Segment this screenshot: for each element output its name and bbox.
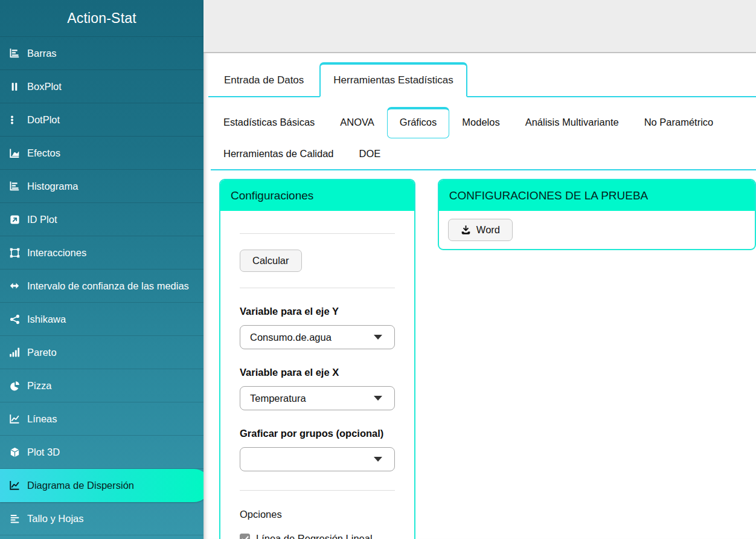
tab-label: Herramientas Estadísticas [333, 74, 453, 86]
app-root: Action-Stat Barras BoxPlot DotPlot Efect… [0, 0, 756, 539]
subtab-graficos[interactable]: Gráficos [387, 107, 449, 138]
sidebar-item-label: Líneas [27, 413, 57, 425]
sidebar-nav: Barras BoxPlot DotPlot Efectos Histogram… [0, 36, 203, 535]
subtab-analisis-multivariante[interactable]: Análisis Multivariante [513, 107, 632, 138]
subtab-label: Gráficos [400, 117, 437, 127]
divider [240, 233, 395, 234]
options-label: Opciones [240, 509, 395, 520]
sidebar-item-pizza[interactable]: Pizza [0, 369, 203, 402]
regression-checkbox-row[interactable]: Línea de Regresión Lineal [240, 533, 395, 539]
sidebar: Action-Stat Barras BoxPlot DotPlot Efect… [0, 0, 203, 539]
subtab-label: Herramientas de Calidad [223, 148, 334, 159]
sidebar-item-lineas[interactable]: Líneas [0, 402, 203, 436]
y-variable-select[interactable]: Consumo.de.agua [240, 325, 395, 349]
y-variable-label: Variable para el eje Y [240, 306, 395, 317]
pie-chart-icon [8, 380, 21, 391]
subtab-label: Modelos [462, 117, 499, 127]
subtab-estadisticas-basicas[interactable]: Estadísticas Básicas [211, 107, 327, 138]
config-panel-header: Configuraciones [220, 180, 414, 211]
line-chart-icon [8, 413, 21, 424]
app-title: Action-Stat [0, 0, 203, 36]
vector-square-icon [8, 247, 21, 258]
sidebar-item-label: Barras [27, 48, 57, 59]
chevron-down-icon [374, 335, 382, 340]
config-panel-body: Calcular Variable para el eje Y Consumo.… [220, 233, 414, 539]
panels-region: Configuraciones Calcular Variable para e… [219, 179, 756, 539]
word-download-button[interactable]: Word [448, 219, 513, 241]
sidebar-item-intervalo-confianza[interactable]: Intervalo de confianza de las medias [0, 270, 203, 303]
sidebar-item-plot-3d[interactable]: Plot 3D [0, 436, 203, 469]
word-button-label: Word [476, 224, 500, 236]
arrows-left-right-icon [8, 280, 21, 291]
subtab-row-2: Herramientas de Calidad DOE [211, 138, 756, 169]
calculate-button[interactable]: Calcular [240, 250, 302, 272]
sidebar-item-pareto[interactable]: Pareto [0, 336, 203, 369]
sidebar-item-label: Interacciones [27, 247, 86, 259]
results-panel: CONFIGURACIONES DE LA PRUEBA Word [438, 179, 756, 250]
x-variable-select[interactable]: Temperatura [240, 386, 395, 410]
sidebar-item-efectos[interactable]: Efectos [0, 137, 203, 170]
subtab-label: Estadísticas Básicas [223, 117, 315, 127]
external-link-icon [8, 214, 21, 225]
sidebar-item-label: ID Plot [27, 214, 57, 225]
sidebar-item-label: Ishikawa [27, 314, 66, 325]
results-panel-header: CONFIGURACIONES DE LA PRUEBA [439, 180, 755, 211]
line-chart-icon [8, 480, 21, 491]
divider [240, 288, 395, 288]
signal-bars-icon [8, 347, 21, 358]
regression-checkbox-label: Línea de Regresión Lineal [256, 533, 373, 539]
subtabbar: Estadísticas Básicas ANOVA Gráficos Mode… [211, 107, 756, 170]
main-tabbar: Entrada de Datos Herramientas Estadístic… [208, 62, 756, 97]
sidebar-item-label: Pareto [27, 347, 57, 358]
sidebar-item-label: Tallo y Hojas [27, 513, 84, 524]
top-strip [203, 0, 756, 53]
sidebar-item-dotplot[interactable]: DotPlot [0, 103, 203, 137]
subtab-herramientas-de-calidad[interactable]: Herramientas de Calidad [211, 138, 347, 169]
subtab-modelos[interactable]: Modelos [449, 107, 512, 138]
sidebar-item-id-plot[interactable]: ID Plot [0, 203, 203, 236]
subtab-label: Análisis Multivariante [525, 117, 619, 127]
download-icon [461, 225, 471, 235]
sidebar-item-tallo-hojas[interactable]: Tallo y Hojas [0, 502, 203, 535]
regression-checkbox[interactable] [240, 534, 250, 539]
cube-icon [8, 447, 21, 457]
x-variable-label: Variable para el eje X [240, 367, 395, 378]
chevron-down-icon [374, 396, 382, 401]
sidebar-item-boxplot[interactable]: BoxPlot [0, 70, 203, 103]
subtab-doe[interactable]: DOE [347, 138, 394, 169]
sidebar-item-diagrama-dispersion[interactable]: Diagrama de Dispersión [0, 469, 203, 502]
area-chart-icon [8, 147, 21, 158]
select-value: Temperatura [250, 393, 306, 404]
divider [240, 490, 395, 491]
dotplot-icon [8, 114, 21, 125]
sidebar-item-label: BoxPlot [27, 81, 62, 92]
tab-entrada-de-datos[interactable]: Entrada de Datos [208, 65, 319, 96]
sidebar-item-ishikawa[interactable]: Ishikawa [0, 303, 203, 336]
group-variable-select[interactable] [240, 447, 395, 471]
sidebar-item-label: Pizza [27, 380, 51, 392]
subtab-label: No Paramétrico [644, 117, 714, 127]
chevron-down-icon [374, 457, 382, 462]
sidebar-item-histograma[interactable]: Histograma [0, 170, 203, 203]
select-value: Consumo.de.agua [250, 332, 332, 343]
tab-label: Entrada de Datos [224, 74, 304, 86]
stem-leaf-icon [8, 513, 21, 524]
config-panel: Configuraciones Calcular Variable para e… [219, 179, 415, 539]
share-nodes-icon [8, 314, 21, 324]
sidebar-item-label: Intervalo de confianza de las medias [27, 280, 189, 292]
sidebar-item-label: Efectos [27, 147, 60, 159]
sidebar-item-label: Diagrama de Dispersión [27, 480, 134, 491]
sidebar-item-barras[interactable]: Barras [0, 37, 203, 70]
sidebar-item-label: Histograma [27, 181, 78, 192]
results-panel-body: Word [439, 211, 755, 249]
sidebar-item-interacciones[interactable]: Interacciones [0, 236, 203, 270]
subtab-anova[interactable]: ANOVA [327, 107, 387, 138]
subtab-no-parametrico[interactable]: No Paramétrico [632, 107, 726, 138]
subtab-label: ANOVA [340, 117, 374, 127]
content-area: Entrada de Datos Herramientas Estadístic… [203, 53, 756, 539]
tab-herramientas-estadisticas[interactable]: Herramientas Estadísticas [319, 62, 467, 97]
sidebar-item-label: Plot 3D [27, 447, 60, 458]
subtab-label: DOE [359, 148, 381, 159]
bar-chart-icon [8, 48, 21, 59]
boxplot-icon [8, 81, 21, 92]
